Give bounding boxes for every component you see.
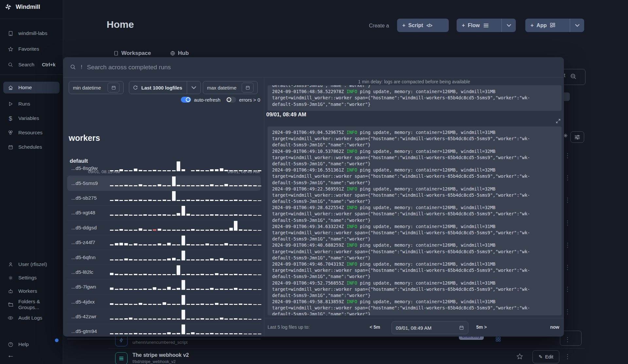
worker-activity-sparkline [110,282,261,292]
filter-settings-button[interactable] [570,131,584,143]
sidebar-item-label: Resources [18,130,43,136]
worker-row[interactable]: ...d5-7lgwn [67,280,261,294]
sparkline-bar [158,229,161,231]
tab-hub[interactable]: Hub [170,50,189,57]
log-line: default-5sms9-Jmn1G","name":"worker"} [272,180,557,186]
sparkline-bar [186,185,190,186]
favorite-star-icon[interactable] [516,353,523,360]
kebab-menu-icon[interactable]: ⋮ [565,220,570,226]
kebab-menu-icon[interactable]: ⋮ [565,309,570,315]
sidebar-item-runs[interactable]: Runs [3,98,60,110]
forward-5m-button[interactable]: 5m > [476,324,487,330]
edit-button[interactable]: ✎ Edit [532,350,559,363]
kebab-menu-icon[interactable]: ⋮ [565,153,570,158]
sparkline-bar [210,274,214,275]
sparkline-bar [229,185,233,186]
sidebar-item-workers[interactable]: Workers [3,285,60,297]
sparkline-bar [177,200,180,201]
sparkline-bar [148,289,152,290]
worker-row[interactable]: ...d5-sb275 [67,191,261,206]
sparkline-bar [220,258,223,260]
sparkline-bar [148,274,152,275]
max-datetime-field[interactable]: max datetime [203,81,258,94]
sparkline-bar [139,303,142,305]
sparkline-bar [234,170,237,171]
tab-workspace[interactable]: Workspace [113,50,151,57]
worker-row[interactable]: ...d5-l82lc [67,265,261,280]
sidebar-item-home[interactable]: Home [3,82,60,93]
create-flow-button[interactable]: + Flow [457,19,516,32]
sidebar-item-user[interactable]: User (rfiszel) [3,258,60,270]
sparkline-bar [224,259,228,260]
sidebar-item-workspace[interactable]: windmill-labs [3,27,60,39]
worker-row[interactable]: ...d5-z44f7 [67,235,261,250]
sparkline-bar [215,169,218,171]
create-app-button[interactable]: + App [525,19,584,32]
item-title[interactable]: The stripe webhook v2 [132,352,189,358]
kebab-menu-icon[interactable]: ⋮ [565,286,570,292]
eye-icon [8,315,13,321]
sidebar-item-variables[interactable]: $ Variables [3,112,60,124]
worker-row[interactable]: ...d5-6qfnn [67,250,261,265]
auto-refresh-toggle[interactable] [181,97,191,103]
sparkline-bar [224,170,228,171]
sparkline-bar [153,229,156,231]
logfiles-dropdown-chevron[interactable] [187,81,201,94]
kebab-menu-icon[interactable]: ⋮ [565,337,570,342]
sidebar-item-favorites[interactable]: Favorites [3,43,60,55]
expand-icon[interactable] [556,119,561,124]
sidebar-item-settings[interactable]: Settings [3,272,60,284]
log-line: 2024-09-01T06:48:58.522978Z INFO ping up… [272,89,557,95]
log-line: 2024-09-01T06:49:16.551361Z INFO ping up… [272,167,557,173]
sidebar-item-audit-logs[interactable]: Audit Logs [3,312,60,324]
sparkline-bar [167,215,171,216]
sparkline-bar [253,171,257,171]
kebab-menu-icon[interactable]: ⋮ [565,264,570,270]
worker-row[interactable]: ...d5-4jdxx [67,295,261,309]
worker-row[interactable]: ...d5-ddgsd [67,221,261,235]
sidebar-item-search[interactable]: Search Ctrl+k [3,59,60,71]
sidebar-item-help[interactable]: Help [3,339,60,350]
sparkline-bar [191,170,195,171]
create-app-dropdown[interactable] [570,19,584,32]
worker-row[interactable]: ...d5-xgt48 [67,206,261,220]
back-5m-button[interactable]: < 5m [370,324,380,330]
footer-datetime-picker[interactable]: 09/01, 08:49 AM [392,321,468,334]
sparkline-bar [210,288,214,290]
sparkline-bar [115,333,118,334]
sparkline-bar [258,186,261,186]
sparkline-bar [196,230,200,231]
create-script-button[interactable]: + Script </> [397,19,449,32]
sidebar-item-resources[interactable]: Resources [3,127,60,139]
sparkline-bar [253,245,257,245]
sparkline-bar [163,244,166,245]
worker-name: ...d5-5sms9 [67,180,110,186]
kebab-menu-icon[interactable]: ⋮ [565,242,570,248]
pane-divider [264,77,264,337]
sparkline-bar [191,332,195,334]
runs-search-input[interactable]: ! Search across completed runs [63,57,564,77]
sparkline-bar [205,259,209,260]
worker-row[interactable]: ...d5-gtm94 [67,324,261,339]
worker-row[interactable]: ...d5-5sms9 [67,176,261,190]
kebab-menu-icon[interactable]: ⋮ [565,175,570,181]
calendar-icon[interactable] [108,83,119,92]
sidebar-item-schedules[interactable]: Schedules [3,141,60,153]
now-button[interactable]: now [550,324,559,330]
sparkline-bar [115,289,118,290]
worker-row[interactable]: ...d5-42zwr [67,309,261,324]
sparkline-bar [139,170,142,171]
sparkline-bar [167,200,171,201]
min-datetime-field[interactable]: min datetime [69,81,124,94]
sparkline-bar [201,170,204,171]
sidebar-item-folders-groups[interactable]: Folders & Groups... [3,299,60,310]
kebab-menu-icon[interactable]: ⋮ [565,197,570,203]
collapse-sidebar-icon[interactable]: ← [7,351,14,359]
create-flow-dropdown[interactable] [501,19,516,32]
refresh-icon [133,85,138,90]
calendar-icon[interactable] [242,83,253,92]
errors-toggle[interactable] [226,97,236,103]
kebab-menu-icon[interactable]: ⋮ [565,354,570,359]
worker-row[interactable]: ...d5-8sg9w [67,161,261,176]
logfiles-dropdown[interactable]: Last 1000 logfiles [129,81,201,94]
